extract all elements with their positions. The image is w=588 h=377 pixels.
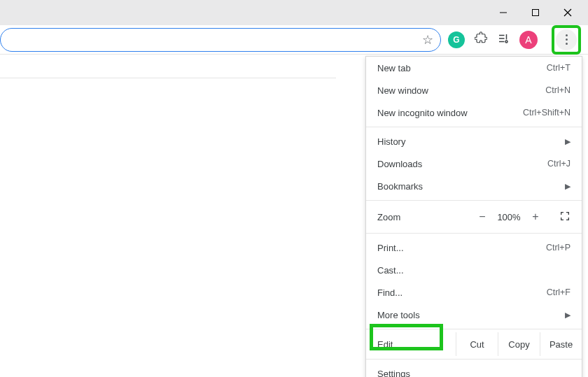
menu-shortcut: Ctrl+Shift+N: [523, 108, 570, 118]
bookmark-star-icon[interactable]: ☆: [422, 32, 433, 48]
menu-separator: [366, 200, 582, 201]
chrome-menu-button[interactable]: [556, 29, 577, 50]
menu-shortcut: Ctrl+P: [546, 243, 570, 252]
submenu-arrow-icon: ▶: [565, 137, 570, 146]
menu-item-bookmarks[interactable]: Bookmarks ▶: [366, 175, 582, 197]
menu-item-edit: Edit Cut Copy Paste: [366, 332, 582, 356]
menu-label: New tab: [377, 63, 547, 73]
window-maximize-button[interactable]: [519, 0, 552, 25]
menu-shortcut: Ctrl+T: [547, 63, 570, 73]
avatar-letter: A: [525, 34, 531, 45]
edit-paste-button[interactable]: Paste: [540, 332, 582, 356]
profile-avatar[interactable]: A: [519, 31, 538, 49]
svg-rect-1: [533, 10, 539, 16]
menu-button-highlight: [552, 25, 581, 55]
menu-separator: [366, 359, 582, 360]
menu-item-incognito[interactable]: New incognito window Ctrl+Shift+N: [366, 101, 582, 124]
reading-list-icon[interactable]: [497, 32, 510, 48]
zoom-value: 100%: [492, 212, 526, 222]
menu-label: Cast...: [377, 265, 570, 276]
fullscreen-button[interactable]: [545, 211, 570, 224]
window-close-button[interactable]: [552, 0, 584, 25]
menu-label: More tools: [377, 310, 565, 320]
menu-shortcut: Ctrl+N: [545, 85, 570, 95]
grammarly-extension-icon[interactable]: G: [448, 31, 465, 48]
menu-shortcut: Ctrl+J: [547, 159, 570, 169]
menu-label: Downloads: [377, 159, 547, 169]
menu-item-more-tools[interactable]: More tools ▶: [366, 304, 582, 326]
address-bar[interactable]: ☆: [0, 28, 441, 52]
menu-label: History: [377, 136, 565, 147]
window-titlebar: [0, 0, 588, 25]
menu-item-new-window[interactable]: New window Ctrl+N: [366, 79, 582, 101]
zoom-label: Zoom: [377, 212, 472, 222]
menu-item-cast[interactable]: Cast...: [366, 259, 582, 281]
kebab-dot-icon: [566, 34, 568, 36]
browser-toolbar: ☆ G A: [0, 25, 588, 55]
kebab-dot-icon: [566, 43, 568, 45]
minimize-icon: [499, 8, 507, 17]
menu-item-settings[interactable]: Settings: [366, 362, 582, 377]
menu-item-new-tab[interactable]: New tab Ctrl+T: [366, 57, 582, 79]
bookmark-bar: [0, 55, 336, 78]
edit-cut-button[interactable]: Cut: [456, 332, 498, 356]
close-icon: [564, 8, 572, 17]
menu-item-find[interactable]: Find... Ctrl+F: [366, 281, 582, 304]
grammarly-letter: G: [453, 35, 459, 45]
submenu-arrow-icon: ▶: [565, 311, 570, 320]
edit-copy-button[interactable]: Copy: [498, 332, 540, 356]
menu-label: Print...: [377, 243, 546, 253]
menu-item-downloads[interactable]: Downloads Ctrl+J: [366, 152, 582, 175]
toolbar-actions: G A: [448, 25, 581, 55]
menu-shortcut: Ctrl+F: [547, 287, 570, 297]
menu-item-history[interactable]: History ▶: [366, 130, 582, 152]
extensions-icon[interactable]: [475, 31, 487, 48]
zoom-in-button[interactable]: +: [526, 211, 545, 223]
edit-label: Edit: [377, 339, 456, 350]
menu-separator: [366, 127, 582, 127]
menu-label: Find...: [377, 287, 547, 298]
kebab-dot-icon: [566, 38, 568, 41]
menu-separator: [366, 233, 582, 234]
submenu-arrow-icon: ▶: [565, 182, 570, 191]
chrome-main-menu: New tab Ctrl+T New window Ctrl+N New inc…: [365, 56, 582, 377]
menu-separator: [366, 329, 582, 329]
svg-point-4: [505, 41, 507, 43]
menu-label: Bookmarks: [377, 181, 565, 192]
menu-label: Settings: [377, 369, 570, 378]
maximize-icon: [531, 8, 540, 17]
menu-item-print[interactable]: Print... Ctrl+P: [366, 236, 582, 259]
window-minimize-button[interactable]: [487, 0, 519, 25]
menu-item-zoom: Zoom − 100% +: [366, 204, 582, 230]
menu-label: New incognito window: [377, 108, 523, 118]
zoom-out-button[interactable]: −: [472, 211, 492, 223]
menu-label: New window: [377, 85, 545, 96]
fullscreen-icon: [559, 211, 570, 222]
